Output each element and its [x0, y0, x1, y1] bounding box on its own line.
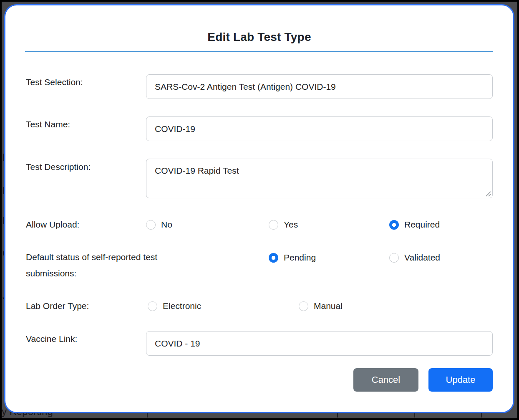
allow-upload-label: Allow Upload: — [26, 220, 79, 230]
lab-order-type-option-manual[interactable]: Manual — [299, 301, 343, 311]
radio-option-label: Electronic — [163, 301, 201, 311]
radio-option-label: No — [161, 220, 172, 230]
radio-icon[interactable] — [389, 220, 399, 230]
default-status-option-pending[interactable]: Pending — [269, 252, 316, 263]
default-status-label: Default status of self-reported test sub… — [26, 249, 205, 281]
test-selection-input[interactable] — [146, 74, 493, 99]
radio-option-label: Manual — [314, 301, 343, 311]
test-name-label: Test Name: — [26, 119, 70, 129]
allow-upload-option-required[interactable]: Required — [389, 219, 440, 230]
radio-icon[interactable] — [146, 220, 156, 230]
test-description-textarea[interactable]: COVID-19 Rapid Test — [146, 159, 493, 198]
cancel-button[interactable]: Cancel — [353, 368, 418, 392]
radio-option-label: Yes — [284, 220, 298, 230]
update-button[interactable]: Update — [428, 368, 493, 392]
test-selection-label: Test Selection: — [26, 77, 83, 87]
default-status-row: Default status of self-reported test sub… — [5, 249, 513, 282]
test-name-input[interactable] — [146, 116, 493, 141]
allow-upload-option-no[interactable]: No — [146, 219, 172, 230]
radio-option-label: Pending — [284, 253, 316, 263]
radio-icon[interactable] — [299, 301, 308, 311]
vaccine-link-label: Vaccine Link: — [26, 334, 77, 344]
radio-icon[interactable] — [389, 253, 399, 263]
radio-icon[interactable] — [269, 220, 278, 230]
screen: R R D O J y Reporting Edit Lab Test Type… — [0, 0, 519, 420]
radio-option-label: Required — [404, 220, 440, 230]
allow-upload-option-yes[interactable]: Yes — [269, 219, 298, 230]
edit-lab-test-type-dialog: Edit Lab Test Type Test Selection: Test … — [4, 4, 514, 413]
title-divider — [25, 51, 493, 52]
radio-icon[interactable] — [148, 301, 157, 311]
default-status-option-validated[interactable]: Validated — [389, 252, 440, 263]
radio-option-label: Validated — [404, 253, 440, 263]
lab-order-type-option-electronic[interactable]: Electronic — [148, 301, 201, 311]
test-description-label: Test Description: — [26, 162, 91, 172]
dialog-title: Edit Lab Test Type — [5, 30, 513, 44]
lab-order-type-label: Lab Order Type: — [26, 301, 89, 311]
vaccine-link-input[interactable] — [146, 331, 493, 356]
allow-upload-row: Allow Upload: No Yes Required — [5, 219, 513, 230]
lab-order-type-row: Lab Order Type: Electronic Manual — [5, 301, 513, 311]
radio-icon[interactable] — [269, 253, 278, 263]
